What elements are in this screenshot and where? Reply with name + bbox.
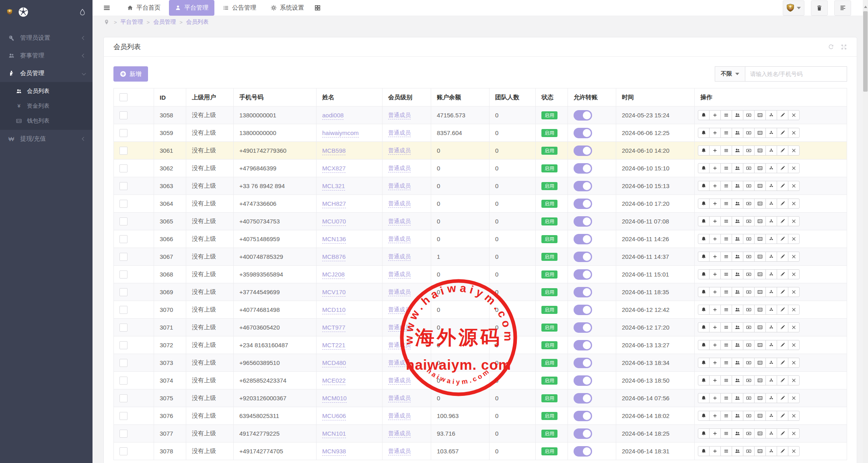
row-checkbox[interactable]: [119, 359, 128, 367]
row-checkbox[interactable]: [119, 430, 128, 438]
delete-action-button[interactable]: [788, 199, 800, 209]
reset-action-button[interactable]: [765, 287, 777, 297]
user-avatar-menu-button[interactable]: [783, 0, 804, 16]
nav-platform-management[interactable]: 平台管理: [169, 0, 214, 16]
add-action-button[interactable]: [709, 216, 721, 226]
wallet-action-button[interactable]: [754, 305, 766, 315]
records-action-button[interactable]: [720, 110, 732, 120]
reset-action-button[interactable]: [765, 340, 777, 350]
reset-action-button[interactable]: [765, 411, 777, 421]
row-checkbox[interactable]: [119, 111, 128, 119]
notify-action-button[interactable]: [698, 163, 710, 173]
wallet-action-button[interactable]: [754, 110, 766, 120]
edit-action-button[interactable]: [777, 340, 788, 350]
transfer-toggle[interactable]: [574, 110, 592, 121]
member-level-link[interactable]: 普通成员: [388, 306, 411, 314]
add-action-button[interactable]: [709, 110, 721, 120]
row-checkbox[interactable]: [119, 324, 128, 332]
add-action-button[interactable]: [709, 340, 721, 350]
notify-action-button[interactable]: [698, 393, 710, 403]
member-name-link[interactable]: MCD480: [322, 359, 346, 367]
edit-action-button[interactable]: [777, 287, 788, 297]
team-action-button[interactable]: [732, 375, 743, 385]
records-action-button[interactable]: [720, 128, 732, 138]
edit-action-button[interactable]: [777, 305, 788, 315]
records-action-button[interactable]: [720, 393, 732, 403]
delete-action-button[interactable]: [788, 287, 800, 297]
reset-action-button[interactable]: [765, 110, 777, 120]
money-action-button[interactable]: [743, 269, 755, 279]
member-name-link[interactable]: MCH827: [322, 200, 346, 208]
member-name-link[interactable]: MCT977: [322, 324, 346, 332]
member-name-link[interactable]: MCE022: [322, 377, 346, 385]
add-member-button[interactable]: 新增: [113, 66, 148, 82]
records-action-button[interactable]: [720, 269, 732, 279]
notify-action-button[interactable]: [698, 128, 710, 138]
wallet-action-button[interactable]: [754, 216, 766, 226]
records-action-button[interactable]: [720, 163, 732, 173]
delete-action-button[interactable]: [788, 128, 800, 138]
team-action-button[interactable]: [732, 269, 743, 279]
transfer-toggle[interactable]: [574, 375, 592, 386]
delete-action-button[interactable]: [788, 375, 800, 385]
reset-action-button[interactable]: [765, 252, 777, 262]
edit-action-button[interactable]: [777, 375, 788, 385]
member-name-link[interactable]: MCT221: [322, 342, 346, 350]
transfer-toggle[interactable]: [574, 340, 592, 350]
money-action-button[interactable]: [743, 110, 755, 120]
search-input[interactable]: [745, 66, 847, 82]
add-action-button[interactable]: [709, 375, 721, 385]
member-level-link[interactable]: 普通成员: [388, 182, 411, 190]
reset-action-button[interactable]: [765, 305, 777, 315]
reset-action-button[interactable]: [765, 375, 777, 385]
notify-action-button[interactable]: [698, 181, 710, 191]
notify-action-button[interactable]: [698, 446, 710, 456]
edit-action-button[interactable]: [777, 393, 788, 403]
team-action-button[interactable]: [732, 216, 743, 226]
money-action-button[interactable]: [743, 305, 755, 315]
member-name-link[interactable]: MCV170: [322, 289, 346, 297]
money-action-button[interactable]: [743, 252, 755, 262]
member-level-link[interactable]: 普通成员: [388, 395, 411, 402]
add-action-button[interactable]: [709, 199, 721, 209]
transfer-toggle[interactable]: [574, 358, 592, 368]
reset-action-button[interactable]: [765, 234, 777, 244]
member-level-link[interactable]: 普通成员: [388, 147, 411, 155]
member-name-link[interactable]: haiwaiymcom: [322, 129, 359, 137]
reset-action-button[interactable]: [765, 199, 777, 209]
transfer-toggle[interactable]: [574, 287, 592, 297]
records-action-button[interactable]: [720, 145, 732, 156]
notify-action-button[interactable]: [698, 287, 710, 297]
add-action-button[interactable]: [709, 269, 721, 279]
wallet-action-button[interactable]: [754, 322, 766, 332]
wallet-action-button[interactable]: [754, 163, 766, 173]
trash-button[interactable]: [811, 0, 828, 16]
notify-action-button[interactable]: [698, 199, 710, 209]
delete-action-button[interactable]: [788, 358, 800, 368]
team-action-button[interactable]: [732, 305, 743, 315]
member-name-link[interactable]: MCU606: [322, 412, 346, 420]
reset-action-button[interactable]: [765, 358, 777, 368]
row-checkbox[interactable]: [119, 217, 128, 225]
row-checkbox[interactable]: [119, 270, 128, 279]
wallet-action-button[interactable]: [754, 340, 766, 350]
records-action-button[interactable]: [720, 411, 732, 421]
sidebar-subitem-wallet-list[interactable]: 钱包列表: [0, 113, 93, 128]
member-name-link[interactable]: MCU070: [322, 218, 346, 226]
team-action-button[interactable]: [732, 252, 743, 262]
row-checkbox[interactable]: [119, 235, 128, 243]
transfer-toggle[interactable]: [574, 393, 592, 404]
log-list-button[interactable]: [834, 0, 851, 16]
reset-action-button[interactable]: [765, 128, 777, 138]
grid-apps-icon[interactable]: [314, 4, 321, 11]
member-level-link[interactable]: 普通成员: [388, 165, 411, 172]
member-name-link[interactable]: aodi008: [322, 112, 343, 120]
member-level-link[interactable]: 普通成员: [388, 412, 411, 420]
member-name-link[interactable]: MCM010: [322, 395, 347, 403]
reset-action-button[interactable]: [765, 216, 777, 226]
member-level-link[interactable]: 普通成员: [388, 377, 411, 385]
hamburger-menu-icon[interactable]: [103, 4, 111, 12]
reset-action-button[interactable]: [765, 428, 777, 438]
delete-action-button[interactable]: [788, 393, 800, 403]
money-action-button[interactable]: [743, 234, 755, 244]
